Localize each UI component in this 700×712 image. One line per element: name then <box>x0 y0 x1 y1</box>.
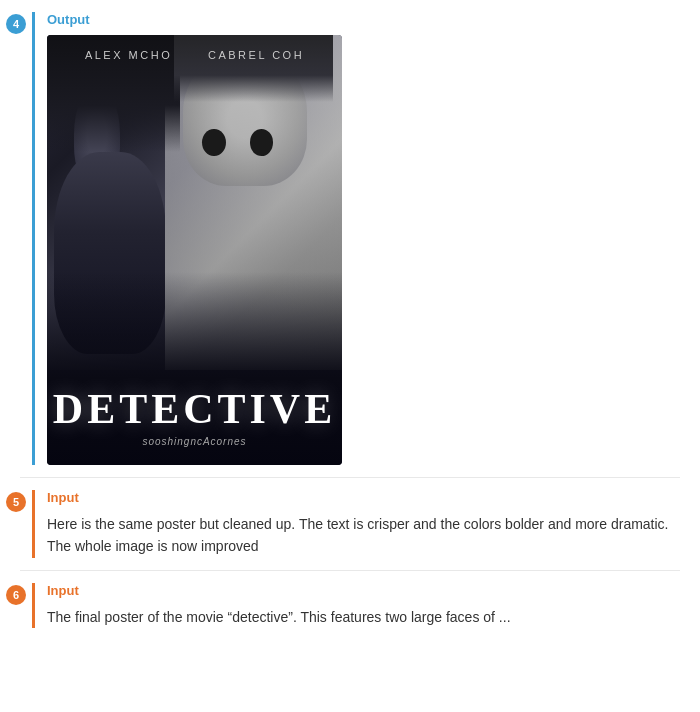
actor2-name: CABREL COH <box>208 49 304 61</box>
eye-right <box>250 129 273 156</box>
input-label-6: Input <box>47 583 680 598</box>
message-block-6: 6 Input The final poster of the movie “d… <box>0 571 700 640</box>
input-label-5: Input <box>47 490 680 505</box>
poster-text-area: DETECTIVE sooshingncАсоrnеs <box>47 388 342 465</box>
hair-right <box>174 35 333 102</box>
poster-title: DETECTIVE <box>47 388 342 430</box>
badge-6: 6 <box>0 583 32 628</box>
message-block-5: 5 Input Here is the same poster but clea… <box>0 478 700 570</box>
message-content-4: Output <box>32 12 700 465</box>
badge-number-6: 6 <box>6 585 26 605</box>
badge-number-4: 4 <box>6 14 26 34</box>
chat-container: 4 Output <box>0 0 700 640</box>
message-content-6: Input The final poster of the movie “det… <box>32 583 700 628</box>
badge-number-5: 5 <box>6 492 26 512</box>
message-text-5: Here is the same poster but cleaned up. … <box>47 513 680 558</box>
message-content-5: Input Here is the same poster but cleane… <box>32 490 700 558</box>
actor-names-overlay: ALEX MCHO CABREL COH <box>47 49 342 61</box>
actor1-name: ALEX MCHO <box>85 49 172 61</box>
badge-5: 5 <box>0 490 32 558</box>
badge-4: 4 <box>0 12 32 465</box>
eye-left <box>202 129 225 156</box>
movie-poster: ALEX MCHO CABREL COH DETECTIVE sooshingn… <box>47 35 342 465</box>
eyes-right <box>192 129 298 156</box>
message-block-4: 4 Output <box>0 0 700 477</box>
output-label-4: Output <box>47 12 680 27</box>
message-text-6: The final poster of the movie “detective… <box>47 606 680 628</box>
poster-subtitle: sooshingncАсоrnеs <box>47 436 342 447</box>
